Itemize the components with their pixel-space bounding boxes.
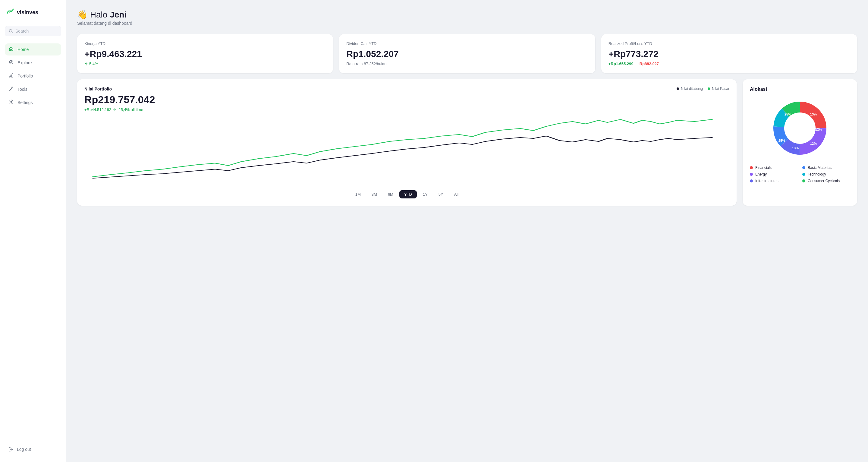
legend-consumer-cyclicals: Consumer Cyclicals	[802, 179, 850, 183]
logo-icon	[6, 7, 14, 18]
search-placeholder: Search	[16, 29, 29, 33]
legend-technology: Technology	[802, 172, 850, 176]
sidebar-item-explore[interactable]: Explore	[5, 57, 61, 69]
sidebar-item-tools[interactable]: Tools	[5, 83, 61, 95]
logo-text: visinves	[17, 9, 38, 16]
legend-dot-financials	[750, 166, 753, 169]
legend-basic-materials: Basic Materials	[802, 166, 850, 170]
portfolio-header: Nilai Portfolio Nilai ditabung Nilai Pas…	[84, 87, 730, 91]
portfolio-card: Nilai Portfolio Nilai ditabung Nilai Pas…	[77, 79, 737, 206]
svg-text:13%: 13%	[792, 146, 799, 150]
logout-button[interactable]: Log out	[5, 444, 61, 455]
legend-label-ditabung: Nilai ditabung	[681, 87, 703, 91]
legend-infrastructures: Infrastructures	[750, 179, 798, 183]
greeting-section: 👋 Halo Jeni Selamat datang di dashboard	[77, 10, 857, 26]
time-btn-1m[interactable]: 1M	[350, 190, 366, 198]
tools-icon	[8, 86, 14, 92]
legend-label-pasar: Nilai Pasar	[712, 87, 730, 91]
legend-dot-technology	[802, 173, 805, 176]
settings-label: Settings	[18, 100, 33, 105]
svg-rect-4	[12, 74, 13, 77]
sidebar-item-portfolio[interactable]: Portfolio	[5, 70, 61, 82]
greeting-subtitle: Selamat datang di dashboard	[77, 21, 857, 26]
svg-text:25%: 25%	[778, 139, 785, 142]
portfolio-title: Nilai Portfolio	[84, 87, 112, 91]
stat-value-profit: +Rp773.272	[609, 49, 850, 59]
legend-energy: Energy	[750, 172, 798, 176]
settings-icon	[8, 99, 14, 106]
gain-arrow-icon	[113, 108, 117, 112]
legend-label-basic-materials: Basic Materials	[808, 166, 832, 170]
svg-rect-3	[11, 75, 12, 77]
legend-dot-consumer-cyclicals	[802, 179, 805, 182]
search-box[interactable]: Search	[5, 26, 61, 36]
stat-sub-kinerja: 5,4%	[84, 61, 326, 66]
legend-label-financials: Financials	[755, 166, 772, 170]
legend-financials: Financials	[750, 166, 798, 170]
time-btn-5y[interactable]: 5Y	[434, 190, 448, 198]
portfolio-gain-amount: +Rp44.512.192	[84, 107, 111, 112]
stat-label-dividen: Dividen Cair YTD	[346, 41, 588, 46]
stats-row: Kinerja YTD +Rp9.463.221 5,4% Dividen Ca…	[77, 34, 857, 73]
donut-chart: 25% 13% 12% 12% 13% 25%	[750, 98, 850, 158]
logo: visinves	[5, 7, 61, 18]
portfolio-legend: Nilai ditabung Nilai Pasar	[677, 87, 730, 91]
svg-point-5	[10, 101, 12, 103]
legend-dot-infrastructures	[750, 179, 753, 182]
time-btn-1y[interactable]: 1Y	[418, 190, 433, 198]
stat-profit-pos: +Rp1.655.299	[609, 61, 633, 66]
main-content: 👋 Halo Jeni Selamat datang di dashboard …	[66, 0, 868, 462]
stat-card-kinerja: Kinerja YTD +Rp9.463.221 5,4%	[77, 34, 333, 73]
time-btn-ytd[interactable]: YTD	[399, 190, 417, 198]
time-filter: 1M 3M 6M YTD 1Y 5Y All	[84, 190, 730, 198]
portfolio-label: Portfolio	[18, 74, 33, 79]
portfolio-chart-svg	[84, 118, 730, 184]
explore-icon	[8, 60, 14, 66]
greeting-name: Jeni	[110, 10, 127, 19]
wave-emoji: 👋	[77, 10, 88, 19]
sidebar-item-home[interactable]: Home	[5, 44, 61, 56]
legend-label-consumer-cyclicals: Consumer Cyclicals	[808, 179, 840, 183]
allocation-title: Alokasi	[750, 87, 850, 92]
stat-label-kinerja: Kinerja YTD	[84, 41, 326, 46]
portfolio-value: Rp219.757.042	[84, 94, 730, 106]
stat-sub-profit: +Rp1.655.299 -Rp882.027	[609, 61, 850, 66]
time-btn-6m[interactable]: 6M	[383, 190, 398, 198]
stat-card-dividen: Dividen Cair YTD Rp1.052.207 Rata-rata 8…	[339, 34, 595, 73]
portfolio-chart	[84, 118, 730, 184]
logout-icon	[8, 447, 13, 452]
svg-text:25%: 25%	[784, 113, 791, 116]
home-icon	[8, 47, 14, 53]
sidebar-item-settings[interactable]: Settings	[5, 96, 61, 109]
tools-label: Tools	[18, 87, 27, 92]
legend-dot-basic-materials	[802, 166, 805, 169]
svg-text:12%: 12%	[815, 127, 822, 131]
time-btn-3m[interactable]: 3M	[367, 190, 382, 198]
bottom-row: Nilai Portfolio Nilai ditabung Nilai Pas…	[77, 79, 857, 206]
legend-label-technology: Technology	[808, 172, 826, 176]
logout-label: Log out	[17, 447, 31, 452]
stat-label-profit: Realized Profit/Loss YTD	[609, 41, 850, 46]
portfolio-icon	[8, 73, 14, 79]
portfolio-gain-pct: 25,4% all time	[119, 107, 143, 112]
legend-dot-pasar	[708, 87, 710, 90]
legend-label-infrastructures: Infrastructures	[755, 179, 778, 183]
legend-pasar: Nilai Pasar	[708, 87, 730, 91]
svg-text:12%: 12%	[810, 142, 817, 145]
arrow-up-icon	[84, 62, 88, 66]
stat-value-kinerja: +Rp9.463.221	[84, 49, 326, 59]
legend-label-energy: Energy	[755, 172, 767, 176]
home-label: Home	[18, 47, 29, 52]
explore-label: Explore	[18, 60, 32, 65]
greeting-title: 👋 Halo Jeni	[77, 10, 857, 20]
svg-rect-2	[9, 76, 10, 77]
time-btn-all[interactable]: All	[450, 190, 463, 198]
greeting-prefix: Halo	[90, 10, 110, 19]
legend-dot-energy	[750, 173, 753, 176]
nav-menu: Home Explore Portfolio	[5, 44, 61, 444]
stat-card-profit: Realized Profit/Loss YTD +Rp773.272 +Rp1…	[601, 34, 857, 73]
stat-sub-dividen: Rata-rata 87.252/bulan	[346, 61, 588, 66]
portfolio-gain: +Rp44.512.192 25,4% all time	[84, 107, 730, 112]
legend-dot-ditabung	[677, 87, 679, 90]
search-icon	[9, 29, 13, 33]
